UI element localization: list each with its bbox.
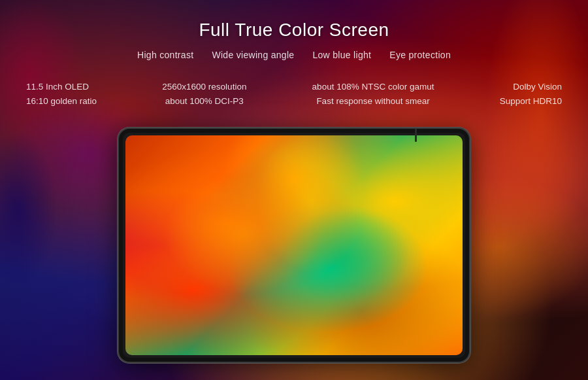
specs-row: 11.5 Inch OLED 16:10 golden ratio 2560x1… <box>0 80 588 109</box>
spec-group-0: 11.5 Inch OLED 16:10 golden ratio <box>26 80 97 109</box>
main-title: Full True Color Screen <box>199 20 389 41</box>
spec-line: 2560x1600 resolution <box>162 80 246 94</box>
spec-group-3: Dolby Vision Support HDR10 <box>500 80 562 109</box>
spec-line: 16:10 golden ratio <box>26 94 97 109</box>
subtitle-item-0: High contrast <box>137 50 193 60</box>
tablet-frame <box>118 128 470 363</box>
spec-group-2: about 108% NTSC color gamut Fast respons… <box>312 80 434 109</box>
spec-line: about 108% NTSC color gamut <box>312 80 434 94</box>
tablet-power-button <box>470 232 470 258</box>
tablet-screen-display <box>125 135 463 355</box>
spec-line: about 100% DCI-P3 <box>162 94 246 109</box>
subtitle-item-1: Wide viewing angle <box>212 50 294 60</box>
spec-line: Dolby Vision <box>500 80 562 94</box>
subtitle-item-3: Eye protection <box>389 50 451 60</box>
subtitle-item-2: Low blue light <box>312 50 371 60</box>
subtitle-row: High contrast Wide viewing angle Low blu… <box>137 50 451 60</box>
spec-line: 11.5 Inch OLED <box>26 80 97 94</box>
tablet-screen <box>125 135 463 355</box>
content-area: Full True Color Screen High contrast Wid… <box>0 0 588 380</box>
spec-group-1: 2560x1600 resolution about 100% DCI-P3 <box>162 80 246 109</box>
tablet-volume-button <box>415 128 417 142</box>
spec-line: Fast response without smear <box>312 94 434 109</box>
tablet-device <box>118 128 470 363</box>
spec-line: Support HDR10 <box>500 94 562 109</box>
